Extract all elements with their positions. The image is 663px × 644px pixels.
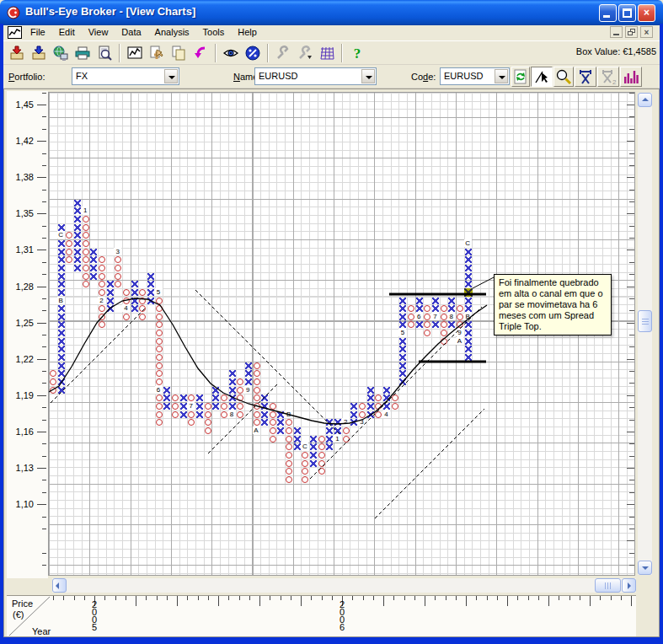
menu-item-tools[interactable]: Tools [196,25,232,40]
price-minor-tick [42,116,46,117]
eye-icon[interactable] [220,43,242,63]
annotation-tooltip[interactable]: Foi finalmente quebrado em alta o canal … [494,274,612,335]
horizontal-scrollbar[interactable] [52,578,636,593]
menu-item-view[interactable]: View [82,25,115,40]
code-combobox[interactable]: EURUSD [440,67,510,85]
web-download-icon[interactable] [50,43,72,63]
pnf-x-mark [90,265,97,271]
pnf-x-mark [277,419,284,426]
scroll-down-icon[interactable] [638,561,652,575]
menu-item-help[interactable]: Help [231,25,264,40]
zoom-button[interactable] [553,67,574,87]
portfolio-combobox[interactable]: FX [72,67,179,85]
pnf-x-mark [74,200,81,207]
price-minor-tick [42,517,46,518]
portfolio-label: Portfolio: [8,72,45,82]
pnf-x-mark [334,427,341,434]
menu-item-file[interactable]: File [24,25,52,40]
scroll-right-icon[interactable] [622,578,636,593]
price-minor-tick [42,480,46,480]
scroll-left-icon[interactable] [52,578,67,593]
pnf-o-mark [270,419,276,426]
pnf-o-mark [99,256,105,263]
wrench-settings-icon[interactable] [294,43,316,63]
title-bar: Bull's-Eye Broker - [View Charts] × [0,0,663,25]
vertical-scroll-thumb[interactable] [638,310,652,332]
help-icon[interactable]: ? [346,43,368,63]
pnf-x-mark [245,370,252,377]
vertical-scrollbar[interactable] [638,93,652,575]
portfolio-dropdown-icon[interactable] [164,69,178,83]
pnf-x-mark [229,394,236,401]
grid-pattern-icon[interactable] [316,43,338,63]
pnf-o-mark [99,273,105,280]
wrench-icon[interactable] [272,43,294,63]
time-minor-tick [53,596,54,600]
export-icon[interactable] [28,43,50,63]
price-minor-tick [42,274,46,275]
hand-point-icon[interactable] [146,43,168,63]
pnf-x-mark [131,289,138,296]
time-major-tick [425,596,425,606]
maximize-button[interactable] [618,4,636,22]
xbar-button[interactable] [575,67,596,87]
chart-document-icon[interactable] [8,26,22,39]
time-minor-tick [249,596,250,600]
horizontal-scroll-thumb[interactable] [595,578,621,593]
pnf-x-mark [147,298,154,304]
pnf-x-mark [448,298,455,304]
pnf-month-label: 4 [122,304,130,312]
pnf-x-mark [58,387,65,394]
pnf-x-mark [58,321,65,328]
pnf-x-mark [58,289,65,296]
time-major-tick [590,596,591,606]
refresh-button[interactable] [511,67,530,87]
mdi-close-icon[interactable]: × [640,26,653,38]
name-dropdown-icon[interactable] [361,69,375,83]
chart-icon[interactable] [124,43,146,63]
price-axis-label: 1,38 [8,172,34,182]
copy-icon[interactable] [168,43,190,63]
close-button[interactable]: × [638,4,655,22]
name-combobox[interactable]: EURUSD [254,67,377,85]
pnf-o-mark [156,346,163,352]
pnf-x-mark [261,403,268,410]
portfolio-value: FX [76,71,88,81]
pnf-o-mark [286,468,292,475]
xbar2-button[interactable]: 2 [597,67,619,87]
percent-icon[interactable] [242,43,264,63]
code-dropdown-icon[interactable] [495,69,508,83]
price-major-tick [37,105,46,105]
price-major-tick [37,468,46,469]
price-axis-units: (€) [13,609,24,620]
mdi-restore-icon[interactable] [625,26,638,38]
menu-item-edit[interactable]: Edit [52,25,82,40]
histogram-button[interactable] [620,67,642,87]
pnf-x-mark [58,256,65,263]
import-icon[interactable] [6,43,28,63]
undo-icon[interactable] [190,43,211,63]
print-icon[interactable] [72,43,94,63]
mdi-minimize-icon[interactable] [610,26,623,38]
scroll-up-icon[interactable] [638,93,652,107]
pnf-o-mark [302,476,308,483]
pnf-o-mark [254,378,260,385]
pnf-month-label: 8 [447,313,455,320]
pnf-x-mark [131,305,138,312]
menu-item-analysis[interactable]: Analysis [148,25,196,40]
pnf-o-mark [221,411,227,418]
time-minor-tick [187,596,188,600]
print-preview-icon[interactable] [94,43,115,63]
pnf-month-label: 9 [456,329,463,336]
main-toolbar: ? [3,40,660,65]
time-minor-tick [559,596,559,600]
pnf-month-label: 2 [342,418,350,426]
pnf-x-mark [448,305,455,312]
pnf-month-label: 5 [155,288,163,296]
minimize-button[interactable] [599,4,617,22]
draw-line-button[interactable] [531,67,553,87]
menu-item-data[interactable]: Data [115,25,147,40]
pnf-o-mark [302,460,308,467]
pnf-o-mark [457,305,463,312]
pnf-x-mark [58,265,65,271]
